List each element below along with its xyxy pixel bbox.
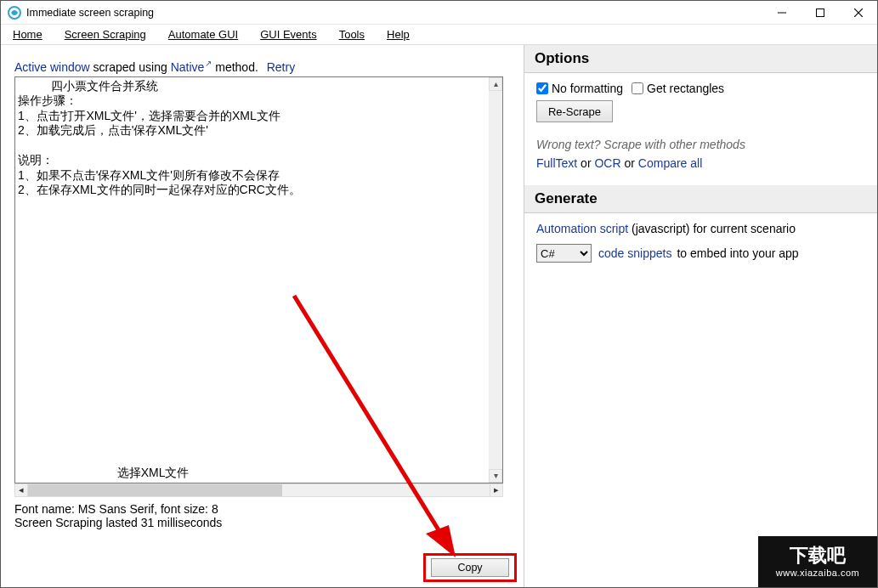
code-snippets-link[interactable]: code snippets xyxy=(598,246,671,260)
menu-tools[interactable]: Tools xyxy=(332,26,371,42)
timing-info: Screen Scraping lasted 31 milliseconds xyxy=(14,516,517,530)
menu-automate-gui[interactable]: Automate GUI xyxy=(161,26,245,42)
no-formatting-checkbox[interactable]: No formatting xyxy=(536,82,623,95)
watermark: 下载吧 www.xiazaiba.com xyxy=(758,536,877,587)
active-window-link[interactable]: Active window xyxy=(14,60,90,74)
horizontal-scrollbar[interactable]: ◂ ▸ xyxy=(14,483,503,497)
copy-button-highlight: Copy xyxy=(423,553,517,582)
fulltext-link[interactable]: FullText xyxy=(536,156,577,170)
minimize-button[interactable] xyxy=(762,1,801,25)
maximize-button[interactable] xyxy=(801,1,839,25)
automation-script-link[interactable]: Automation script xyxy=(536,222,628,235)
compare-all-link[interactable]: Compare all xyxy=(638,156,702,170)
scroll-down-icon[interactable]: ▾ xyxy=(489,469,502,483)
app-icon xyxy=(8,6,21,20)
svg-rect-2 xyxy=(816,8,824,16)
font-info: Font name: MS Sans Serif, font size: 8 xyxy=(14,502,517,517)
scraped-text-box[interactable]: 四小票文件合并系统 操作步骤： 1、点击'打开XML文件'，选择需要合并的XML… xyxy=(14,76,503,483)
generate-header: Generate xyxy=(524,185,877,213)
scroll-left-icon[interactable]: ◂ xyxy=(14,483,28,497)
scroll-up-icon[interactable]: ▴ xyxy=(489,77,502,91)
no-formatting-input[interactable] xyxy=(536,82,548,94)
menu-bar: Home Screen Scraping Automate GUI GUI Ev… xyxy=(1,25,877,45)
scroll-right-icon[interactable]: ▸ xyxy=(490,483,503,497)
get-rectangles-checkbox[interactable]: Get rectangles xyxy=(632,82,724,95)
menu-screen-scraping[interactable]: Screen Scraping xyxy=(58,26,153,42)
menu-help[interactable]: Help xyxy=(380,26,416,42)
native-link[interactable]: Native↗ xyxy=(171,60,212,74)
status-line: Active window scraped using Native↗ meth… xyxy=(14,59,517,74)
ocr-link[interactable]: OCR xyxy=(594,156,620,170)
options-header: Options xyxy=(524,45,877,73)
scraped-text-content: 四小票文件合并系统 操作步骤： 1、点击'打开XML文件'，选择需要合并的XML… xyxy=(18,79,489,481)
copy-button[interactable]: Copy xyxy=(431,558,509,577)
wrong-text-hint: Wrong text? Scrape with other methods xyxy=(536,138,865,151)
language-select[interactable]: C# xyxy=(536,244,592,263)
get-rectangles-input[interactable] xyxy=(632,82,643,94)
scroll-thumb[interactable] xyxy=(28,484,282,496)
menu-gui-events[interactable]: GUI Events xyxy=(253,26,323,42)
window-title: Immediate screen scraping xyxy=(26,7,154,19)
vertical-scrollbar[interactable]: ▴ ▾ xyxy=(489,77,502,483)
close-button[interactable] xyxy=(839,1,877,25)
rescrape-button[interactable]: Re-Scrape xyxy=(536,100,613,122)
retry-link[interactable]: Retry xyxy=(267,60,295,74)
menu-home[interactable]: Home xyxy=(6,26,49,42)
